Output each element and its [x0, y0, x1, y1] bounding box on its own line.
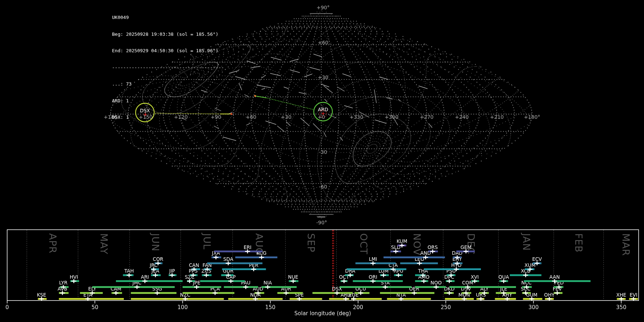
shower-bar-PCA	[182, 292, 234, 294]
shower-label-QUA: QUA	[498, 274, 509, 280]
shower-bar-NZC	[131, 298, 224, 300]
shower-bar-STA	[340, 286, 411, 288]
x-tick-label: 300	[528, 304, 539, 311]
month-label: FEB	[573, 233, 584, 253]
shower-label-KSE: KSE	[37, 292, 46, 298]
shower-bar-JMC	[92, 286, 175, 288]
shower-bar-COM	[449, 286, 516, 288]
shower-label-OHY: OHY	[544, 292, 555, 298]
x-tick-label: 250	[441, 304, 451, 311]
month-label: JAN	[521, 233, 532, 251]
activity-timeline-chart: APRMAYJUNJULAUGSEPOCTNOVDECJANFEBMARKSEE…	[0, 0, 644, 322]
shower-label-GEM: GEM	[460, 244, 472, 250]
shower-label-LMI: LMI	[369, 256, 377, 262]
month-label: JUL	[201, 233, 213, 250]
shower-bar-SDA	[207, 262, 262, 264]
shower-label-KUM: KUM	[396, 238, 407, 244]
month-label: JUN	[150, 233, 161, 252]
shower-bar-ORI	[353, 280, 403, 282]
shower-bar-AUR	[277, 292, 303, 294]
shower-label-ORI: ORI	[369, 274, 377, 280]
meteor-station-screenshot: +180+150+120+90+60+30+0+330+300+270+240+…	[0, 0, 644, 322]
shower-label-JIP: JIP	[169, 268, 175, 274]
shower-label-SDA: SDA	[223, 256, 234, 262]
shower-label-CAN: CAN	[189, 262, 199, 268]
shower-bar-PAU	[224, 286, 258, 288]
shower-bar-PER	[222, 268, 266, 270]
shower-bar-NTA	[387, 298, 431, 300]
month-label: SEP	[306, 233, 317, 252]
month-label: MAY	[98, 233, 109, 254]
shower-label-XVI: XVI	[471, 274, 479, 280]
shower-bar-DSX	[312, 292, 353, 294]
shower-label-LYR: LYR	[59, 280, 67, 286]
shower-label-NIA: NIA	[264, 280, 272, 286]
shower-label-AAN: AAN	[550, 274, 560, 280]
shower-bar-NOO	[415, 286, 446, 288]
shower-bar-MON	[445, 298, 474, 300]
shower-bar-CAP	[200, 280, 245, 282]
shower-label-EVI: EVI	[630, 292, 638, 298]
shower-bar-LMI	[355, 262, 396, 264]
shower-label-ERI: ERI	[244, 244, 252, 250]
shower-label-HVI: HVI	[70, 274, 78, 280]
shower-bar-KCG	[235, 257, 278, 258]
x-tick-label: 150	[265, 304, 275, 311]
shower-bar-CTA	[347, 268, 406, 270]
x-tick-label: 0	[5, 304, 9, 311]
shower-bar-SPE	[290, 298, 322, 300]
shower-bar-SSG	[131, 292, 177, 294]
month-label: MAR	[620, 233, 631, 256]
shower-label-NUE: NUE	[288, 274, 298, 280]
shower-label-TAH: TAH	[124, 268, 134, 274]
shower-bar-OER	[380, 292, 434, 294]
shower-label-ORS: ORS	[428, 244, 438, 250]
x-tick-label: 200	[353, 304, 363, 311]
shower-label-XHE: XHE	[616, 292, 626, 298]
x-tick-label: 50	[92, 304, 98, 311]
shower-bar-ETA	[59, 298, 124, 300]
month-label: APR	[47, 233, 58, 254]
shower-bar-HYD	[424, 268, 481, 270]
shower-label-COR: COR	[153, 256, 163, 262]
x-tick-label: 100	[177, 304, 188, 311]
shower-label-ECV: ECV	[532, 256, 542, 262]
shower-bar-AAN	[524, 280, 590, 282]
shower-label-ARI: ARI	[141, 274, 149, 280]
shower-bar-ERI	[214, 250, 263, 252]
month-label: OCT	[358, 233, 369, 255]
x-tick-label: 350	[616, 304, 626, 311]
shower-bar-JPE	[182, 286, 221, 288]
shower-label-NOO: NOO	[430, 280, 441, 286]
x-axis-title: Solar longitude (deg)	[294, 310, 351, 317]
shower-bar-AND	[384, 257, 445, 258]
shower-bar-ARI	[116, 280, 182, 282]
